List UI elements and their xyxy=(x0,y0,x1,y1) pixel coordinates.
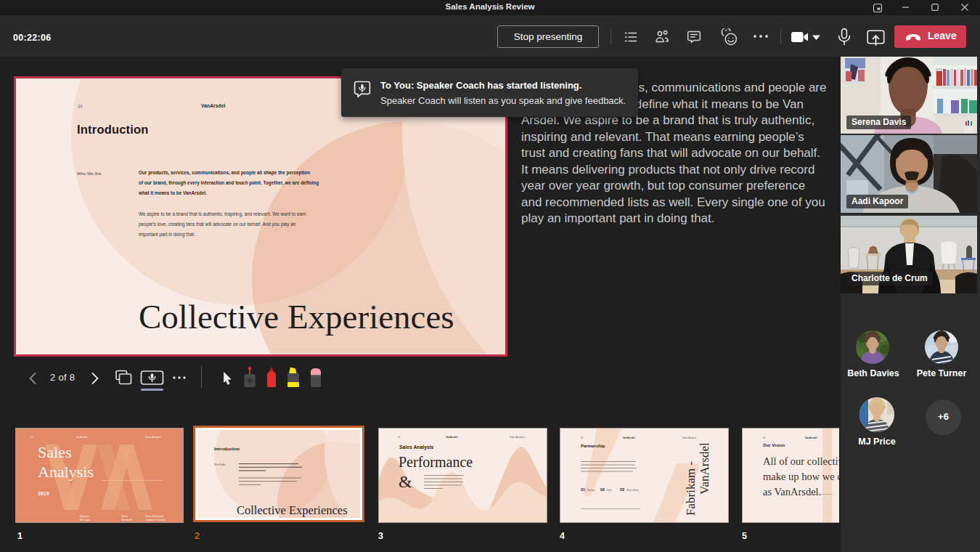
svg-text:Fabrikam -: Fabrikam - xyxy=(684,461,698,516)
svg-text:Sales Analysis: Sales Analysis xyxy=(510,436,525,439)
svg-text:Sales Analysis: Sales Analysis xyxy=(682,437,697,439)
svg-text:Sales: Sales xyxy=(607,489,613,492)
svg-text:Who We Are: Who We Are xyxy=(214,463,226,466)
svg-text:01: 01 xyxy=(30,436,33,439)
svg-text:Revenue: Revenue xyxy=(587,489,596,492)
svg-text:Will &: Will & xyxy=(121,515,128,518)
svg-text:Market Share: Market Share xyxy=(626,489,639,492)
svg-text:VanArsdel: VanArsdel xyxy=(446,436,458,439)
svg-text:McLogan: McLogan xyxy=(80,519,90,521)
svg-text:make up how we co: make up how we co xyxy=(763,471,839,482)
svg-text:02: 02 xyxy=(600,487,605,492)
svg-text:01: 01 xyxy=(763,437,766,439)
svg-text:Sales Analysis: Sales Analysis xyxy=(399,445,434,450)
svg-text:&: & xyxy=(399,472,412,491)
svg-text:01: 01 xyxy=(581,437,584,439)
svg-text:03: 03 xyxy=(620,487,624,492)
svg-text:Collective Experiences: Collective Experiences xyxy=(237,503,348,517)
svg-text:Amanda: Amanda xyxy=(80,515,89,518)
svg-text:Introduction: Introduction xyxy=(214,447,240,451)
svg-text:Customer Training: Customer Training xyxy=(145,519,166,521)
svg-text:01: 01 xyxy=(398,436,401,439)
svg-text:Sales Marketing: Sales Marketing xyxy=(145,515,163,518)
svg-text:Our Vision: Our Vision xyxy=(763,443,785,447)
svg-text:01: 01 xyxy=(581,487,585,492)
svg-text:Sales: Sales xyxy=(38,443,71,461)
svg-text:VanArsdel: VanArsdel xyxy=(805,437,817,439)
svg-text:VanArsdel: VanArsdel xyxy=(623,437,635,439)
svg-text:All of our collective: All of our collective xyxy=(763,455,839,467)
svg-text:VanArsdel: VanArsdel xyxy=(698,442,711,495)
svg-text:Partnership: Partnership xyxy=(581,444,605,448)
svg-text:as VanArsdel.: as VanArsdel. xyxy=(763,486,821,498)
svg-text:2019: 2019 xyxy=(38,491,49,496)
svg-text:Performance: Performance xyxy=(399,454,473,470)
svg-text:Sales Analysis: Sales Analysis xyxy=(145,436,161,439)
svg-text:Analysis: Analysis xyxy=(38,463,94,481)
svg-text:Mammoth: Mammoth xyxy=(121,519,132,521)
svg-text:VanArsdel: VanArsdel xyxy=(76,436,88,439)
